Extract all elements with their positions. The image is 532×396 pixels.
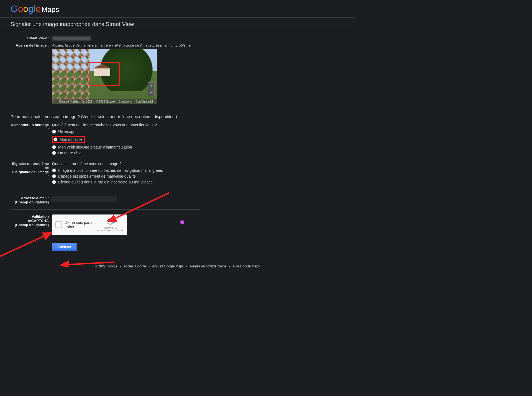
email-field[interactable]: [52, 196, 117, 202]
street-view-label: Street View :: [11, 36, 52, 40]
radio-other[interactable]: [52, 151, 56, 155]
radio-home[interactable]: [53, 137, 57, 141]
recaptcha-text: Je ne suis pas un robot: [65, 220, 97, 229]
image-copyright: © 2022 Google: [96, 100, 115, 103]
highlighted-option: Mon domicile: [52, 136, 85, 143]
blur-question: Quel élément de l'image souhaitez-vous q…: [52, 123, 200, 127]
recaptcha-widget: Je ne suis pas un robot reCAPTCHA Confid…: [52, 214, 127, 235]
separator: [11, 209, 200, 210]
radio-face[interactable]: [52, 130, 56, 134]
footer-link-privacy[interactable]: Règles de confidentialité: [190, 264, 226, 268]
quality-question: Quel est le problème avec cette image ?: [52, 162, 200, 166]
radio-bad-quality-label[interactable]: L'image est globalement de mauvaise qual…: [58, 174, 136, 178]
recaptcha-legal[interactable]: Confidentialité - Conditions: [97, 229, 124, 232]
image-footer: Date de l'image : mai 2022 © 2022 Google…: [52, 99, 157, 104]
blur-label: Demander un floutage :: [11, 123, 52, 157]
image-privacy-link[interactable]: Confidentialité: [135, 100, 153, 103]
why-question: Pourquoi signalez-vous cette image ? (Ve…: [11, 114, 200, 119]
footer: © 2022 Google - Accueil Google - Accueil…: [0, 262, 355, 274]
separator: [11, 109, 200, 109]
image-preview[interactable]: + − Date de l'image : mai 2022 © 2022 Go…: [52, 49, 157, 104]
recaptcha-icon: [105, 218, 115, 226]
captcha-label: Validation reCAPTCHA (Champ obligatoire): [11, 214, 52, 235]
footer-link-google[interactable]: Accueil Google: [124, 264, 146, 268]
radio-vehicle-label[interactable]: Mon véhicule/Une plaque d'immatriculatio…: [58, 145, 132, 149]
selection-box[interactable]: [89, 62, 120, 86]
preview-label: Aperçu de l'image :: [11, 43, 52, 104]
maps-text: Maps: [42, 5, 59, 14]
recaptcha-checkbox[interactable]: [55, 221, 62, 228]
preview-hint: Ajustez la vue de manière à mettre en re…: [52, 43, 200, 47]
page-title: Signaler une image inappropriée dans Str…: [0, 18, 355, 31]
recaptcha-brand: reCAPTCHA: [97, 227, 124, 229]
radio-bad-quality[interactable]: [52, 174, 56, 178]
radio-misaligned-label[interactable]: Image mal positionnée ou flèches de navi…: [58, 168, 163, 173]
radio-home-label[interactable]: Mon domicile: [60, 137, 82, 142]
header: Google Maps: [0, 0, 355, 18]
image-conditions-link[interactable]: Conditions: [119, 100, 132, 103]
radio-wrong-icon-label[interactable]: L'icône du lieu dans la rue est incorrec…: [58, 180, 153, 184]
email-label: Adresse e-mail : (Champ obligatoire): [11, 196, 52, 204]
footer-copyright: © 2022 Google: [95, 264, 117, 268]
redacted-address: [52, 37, 91, 40]
footer-link-maps[interactable]: Accueil Google Maps: [152, 264, 183, 268]
radio-misaligned[interactable]: [52, 168, 56, 172]
submit-button[interactable]: Envoyer: [52, 243, 77, 251]
zoom-control: + −: [148, 82, 155, 96]
form-content: Street View : Aperçu de l'image : Ajuste…: [0, 31, 211, 262]
google-maps-logo: Google Maps: [11, 3, 344, 14]
quality-label: Signaler un problème lié à la qualité de…: [11, 162, 52, 186]
street-view-value: [52, 36, 200, 40]
zoom-out-button[interactable]: −: [148, 89, 154, 96]
radio-other-label[interactable]: Un autre objet: [58, 151, 83, 155]
zoom-in-button[interactable]: +: [148, 83, 154, 89]
radio-face-label[interactable]: Un visage: [58, 129, 75, 134]
image-date: Date de l'image : mai 2022: [59, 100, 92, 103]
footer-link-help[interactable]: Aide Google Maps: [232, 264, 260, 268]
radio-wrong-icon[interactable]: [52, 180, 56, 184]
radio-vehicle[interactable]: [52, 145, 56, 149]
separator: [11, 191, 200, 191]
